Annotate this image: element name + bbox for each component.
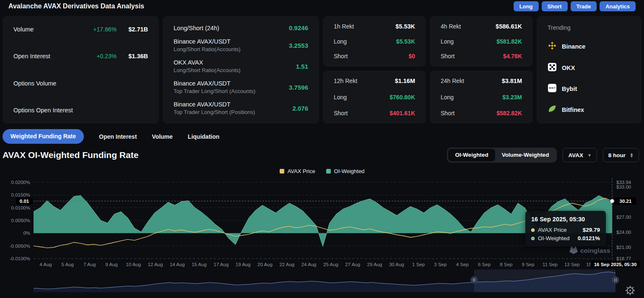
okx-icon xyxy=(548,62,557,73)
rekt-total: $5.53K xyxy=(395,23,415,30)
chart-navigator[interactable] xyxy=(34,269,619,292)
tab-volume[interactable]: Volume xyxy=(152,133,173,140)
ratio-labels: Long/Short (24h) xyxy=(174,25,219,31)
x-axis-tick: 22 Aug xyxy=(279,262,294,267)
x-axis-tick: 6 Sep xyxy=(478,262,491,267)
chart-legend: AVAX Price OI-Weighted xyxy=(0,168,644,174)
bitfinex-icon xyxy=(548,104,557,115)
rekt-period: 4h Rekt xyxy=(441,23,461,30)
tab-weighted-funding-rate[interactable]: Weighted Funding Rate xyxy=(3,129,84,144)
chart-header: AVAX OI-Weighted Funding Rate OI-Weighte… xyxy=(3,147,639,163)
ratio-row: Binance AVAX/USDTTop Trader Long/Short (… xyxy=(174,101,308,115)
left-crosshair-badge: 0.01 xyxy=(20,199,29,204)
short-button[interactable]: Short xyxy=(542,1,568,11)
left-axis-tick: 0.0050% xyxy=(11,218,30,223)
trending-item-bitfinex[interactable]: Bitfinex xyxy=(548,104,631,115)
x-axis-tick: 20 Aug xyxy=(257,262,273,267)
rekt-total-row: 12h Rekt$1.16M xyxy=(334,78,415,84)
rekt-long-value: $5.53K xyxy=(396,38,415,45)
rekt-card: 12h Rekt$1.16MLong$760.80KShort$401.61K xyxy=(323,70,426,124)
ratio-title: Binance AVAX/USDT xyxy=(174,80,255,87)
analytics-button[interactable]: Analytics xyxy=(600,1,636,11)
trending-item-binance[interactable]: Binance xyxy=(548,41,631,52)
chart-settings-gear-icon[interactable] xyxy=(626,286,635,295)
rekt-column-2: 4h Rekt$586.61KLong$581.82KShort$4.78K24… xyxy=(430,16,533,124)
symbol-select[interactable]: AVAX ▼ xyxy=(563,148,597,162)
stat-row: Open Interest+0.23%$1.36B xyxy=(13,53,148,60)
stat-value: $1.36B xyxy=(117,53,148,60)
oi-weighted-swatch xyxy=(326,169,331,174)
stat-value: $2.71B xyxy=(117,26,148,33)
rekt-short-row: Short$401.61K xyxy=(334,110,415,117)
left-axis-tick: -0.0100% xyxy=(10,256,30,261)
chart-tooltip: 16 Sep 2025, 05:30 AVAX Price $29.79 OI-… xyxy=(525,211,606,246)
rekt-total-row: 1h Rekt$5.53K xyxy=(334,23,415,30)
trending-item-okx[interactable]: OKX xyxy=(548,62,631,73)
exchange-name: Binance xyxy=(562,43,585,50)
rekt-long-row: Long$760.80K xyxy=(334,94,415,101)
x-axis-tick: 1 Sep xyxy=(412,262,425,267)
x-axis-tick: 25 Aug xyxy=(323,262,338,267)
right-crosshair-badge: 30.21 xyxy=(620,199,632,204)
bybit-icon: BYB!T xyxy=(548,83,557,94)
rekt-long-row: Long$3.23M xyxy=(441,94,522,101)
navigator-selection[interactable] xyxy=(474,269,615,292)
oi-weighted-dot-icon xyxy=(531,237,535,240)
x-axis-tick: 17 Aug xyxy=(213,262,229,267)
tab-liquidation[interactable]: Liquidation xyxy=(188,133,219,140)
left-axis-tick: 0% xyxy=(23,231,30,236)
rekt-short-value: $401.61K xyxy=(390,110,415,117)
navigator-handle-right[interactable] xyxy=(612,277,619,283)
x-axis-tick: 3 Sep xyxy=(434,262,447,267)
ratio-value: 0.9246 xyxy=(289,24,308,31)
right-axis-tick: $27.00 xyxy=(616,215,631,220)
long-short-ratio-card: Long/Short (24h)0.9246Binance AVAX/USDTL… xyxy=(163,16,319,124)
tab-open-interest[interactable]: Open Interest xyxy=(99,133,137,140)
ratio-labels: Binance AVAX/USDTTop Trader Long/Short (… xyxy=(174,101,255,115)
x-axis-tick: 5 Aug xyxy=(62,262,74,267)
ratio-title: Binance AVAX/USDT xyxy=(174,38,241,45)
toggle-oi-weighted[interactable]: OI-Weighted xyxy=(448,149,495,161)
right-axis-tick: $21.00 xyxy=(616,245,631,250)
crosshair-marker xyxy=(610,199,614,203)
stat-row: Options Volume xyxy=(13,80,148,87)
topbar-buttons: LongShortTradeAnalytics xyxy=(514,1,636,11)
funding-rate-chart[interactable]: AVAX Price OI-Weighted 0.0200%0.0150%0.0… xyxy=(0,166,644,298)
stat-change: +0.23% xyxy=(79,53,117,60)
left-axis-tick: 0.0200% xyxy=(11,180,30,185)
rekt-period: 12h Rekt xyxy=(334,78,357,84)
trending-item-bybit[interactable]: BYB!TBybit xyxy=(548,83,631,94)
rekt-column-1: 1h Rekt$5.53KLong$5.53KShort$012h Rekt$1… xyxy=(323,16,426,124)
rekt-short-label: Short xyxy=(334,53,348,60)
svg-text:coinglass: coinglass xyxy=(580,247,610,254)
interval-select[interactable]: 8 hour ▲▼ xyxy=(603,148,639,162)
rekt-short-value: $4.78K xyxy=(503,53,522,60)
ratio-row: Binance AVAX/USDTLong/Short Ratio(Accoun… xyxy=(174,38,308,52)
ratio-title: OKX AVAX xyxy=(174,59,241,66)
ratio-value: 3.2553 xyxy=(289,42,308,49)
navigator-handle-left[interactable] xyxy=(471,277,478,283)
ratio-subtitle: Long/Short Ratio(Accounts) xyxy=(174,67,241,73)
x-axis-tick: 29 Aug xyxy=(367,262,382,267)
trade-button[interactable]: Trade xyxy=(571,1,597,11)
chart-tabs: Weighted Funding RateOpen InterestVolume… xyxy=(3,129,641,144)
rekt-total-row: 4h Rekt$586.61K xyxy=(441,23,522,30)
long-button[interactable]: Long xyxy=(514,1,539,11)
exchange-name: OKX xyxy=(562,65,575,71)
rekt-long-row: Long$5.53K xyxy=(334,38,415,45)
legend-item-avax-price[interactable]: AVAX Price xyxy=(280,168,315,174)
x-axis-tick: 15 Aug xyxy=(192,262,207,267)
ratio-value: 1.51 xyxy=(296,63,308,70)
x-axis-tick: 19 Aug xyxy=(236,262,251,267)
exchange-name: Bitfinex xyxy=(562,106,584,113)
rekt-short-label: Short xyxy=(334,110,348,117)
x-axis-tick: 13 Sep xyxy=(564,262,579,267)
crosshair-date-badge: 16 Sep 2025, 05:30 xyxy=(594,262,637,267)
chart-controls: OI-WeightedVolume-Weighted AVAX ▼ 8 hour… xyxy=(447,148,639,163)
rekt-long-row: Long$581.82K xyxy=(441,38,522,45)
rekt-period: 24h Rekt xyxy=(441,78,464,84)
ratio-labels: OKX AVAXLong/Short Ratio(Accounts) xyxy=(174,59,241,73)
toggle-volume-weighted[interactable]: Volume-Weighted xyxy=(495,149,556,161)
legend-item-oi-weighted[interactable]: OI-Weighted xyxy=(326,168,365,174)
x-axis-tick: 30 Aug xyxy=(389,262,404,267)
